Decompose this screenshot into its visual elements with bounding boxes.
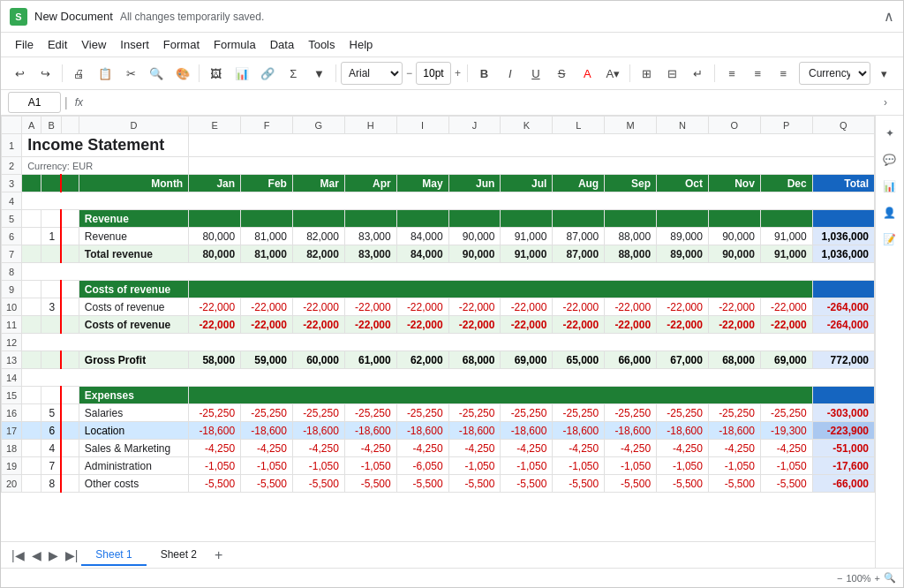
cell-m7[interactable]: 88,000 xyxy=(605,245,657,263)
cell-q16[interactable]: -303,000 xyxy=(812,404,874,422)
cell-m11[interactable]: -22,000 xyxy=(605,316,657,334)
cell-o13[interactable]: 68,000 xyxy=(708,351,760,369)
font-size-plus[interactable]: + xyxy=(455,67,461,79)
nav-prev-button[interactable]: ◀ xyxy=(28,545,45,566)
cell-j16[interactable]: -25,250 xyxy=(448,404,501,422)
col-header-n[interactable]: N xyxy=(657,117,709,134)
cell-m19[interactable]: -1,050 xyxy=(605,457,657,475)
formula-button[interactable]: Σ xyxy=(282,61,305,86)
cell-o16[interactable]: -25,250 xyxy=(708,404,760,422)
menu-formula[interactable]: Formula xyxy=(207,34,263,55)
cell-d16[interactable]: Salaries xyxy=(79,404,188,422)
cell-i7[interactable]: 84,000 xyxy=(396,245,448,263)
notes-icon[interactable]: 📝 xyxy=(879,229,900,250)
cell-o11[interactable]: -22,000 xyxy=(708,316,760,334)
cell-l16[interactable]: -25,250 xyxy=(553,404,605,422)
cell-o20[interactable]: -5,500 xyxy=(708,475,760,493)
cell-m10[interactable]: -22,000 xyxy=(605,298,657,316)
cell-d20[interactable]: Other costs xyxy=(79,475,188,493)
col-header-l[interactable]: L xyxy=(553,117,605,134)
font-size-minus[interactable]: − xyxy=(406,67,412,79)
cell-p16[interactable]: -25,250 xyxy=(760,404,812,422)
align-left-button[interactable]: ≡ xyxy=(719,61,743,86)
cell-h19[interactable]: -1,050 xyxy=(344,457,396,475)
cell-j7[interactable]: 90,000 xyxy=(448,245,501,263)
undo-button[interactable]: ↩ xyxy=(8,61,32,86)
cell-b19[interactable]: 7 xyxy=(41,457,61,475)
row-header-12[interactable]: 12 xyxy=(2,334,22,351)
col-header-g[interactable]: G xyxy=(292,117,344,134)
sheet-tab-2[interactable]: Sheet 2 xyxy=(147,545,211,566)
cell-e11[interactable]: -22,000 xyxy=(189,316,241,334)
cell-a2[interactable]: Currency: EUR xyxy=(22,157,189,175)
cell-o6[interactable]: 90,000 xyxy=(708,228,760,245)
cell-e20[interactable]: -5,500 xyxy=(189,475,241,493)
row-header-15[interactable]: 15 xyxy=(2,387,22,404)
row-header-8[interactable]: 8 xyxy=(2,263,22,281)
cell-f6[interactable]: 81,000 xyxy=(241,228,293,245)
cell-reference-input[interactable] xyxy=(8,92,61,113)
cell-k7[interactable]: 91,000 xyxy=(501,245,553,263)
close-button[interactable]: ∧ xyxy=(884,8,894,25)
cell-l13[interactable]: 65,000 xyxy=(553,351,605,369)
menu-format[interactable]: Format xyxy=(156,34,207,55)
redo-button[interactable]: ↪ xyxy=(34,61,57,86)
row-header-10[interactable]: 10 xyxy=(2,298,22,316)
cell-d18[interactable]: Sales & Marketing xyxy=(79,440,188,457)
col-header-b[interactable]: B xyxy=(41,117,61,134)
cell-o17[interactable]: -18,600 xyxy=(708,422,760,440)
cell-h17[interactable]: -18,600 xyxy=(344,422,396,440)
cell-f16[interactable]: -25,250 xyxy=(241,404,293,422)
cell-g20[interactable]: -5,500 xyxy=(292,475,344,493)
sheet-tab-1[interactable]: Sheet 1 xyxy=(81,545,146,566)
cell-n11[interactable]: -22,000 xyxy=(657,316,709,334)
cell-k10[interactable]: -22,000 xyxy=(501,298,553,316)
cell-k16[interactable]: -25,250 xyxy=(501,404,553,422)
cell-j10[interactable]: -22,000 xyxy=(448,298,501,316)
cell-g16[interactable]: -25,250 xyxy=(292,404,344,422)
cell-i13[interactable]: 62,000 xyxy=(396,351,448,369)
row-header-7[interactable]: 7 xyxy=(2,245,22,263)
cell-o7[interactable]: 90,000 xyxy=(708,245,760,263)
underline-button[interactable]: U xyxy=(524,61,547,86)
cell-p6[interactable]: 91,000 xyxy=(760,228,812,245)
cell-f18[interactable]: -4,250 xyxy=(241,440,293,457)
menu-tools[interactable]: Tools xyxy=(301,34,342,55)
nav-next-button[interactable]: ▶ xyxy=(45,545,62,566)
cell-o19[interactable]: -1,050 xyxy=(708,457,760,475)
add-sheet-button[interactable]: + xyxy=(211,544,226,567)
row-header-3[interactable]: 3 xyxy=(2,175,22,192)
cell-i19[interactable]: -6,050 xyxy=(396,457,448,475)
chart-sidebar-icon[interactable]: 📊 xyxy=(879,176,900,197)
cell-d19[interactable]: Administration xyxy=(79,457,188,475)
cell-i11[interactable]: -22,000 xyxy=(396,316,448,334)
cell-m6[interactable]: 88,000 xyxy=(605,228,657,245)
find-button[interactable]: 🔍 xyxy=(145,61,169,86)
cell-n18[interactable]: -4,250 xyxy=(657,440,709,457)
col-header-p[interactable]: P xyxy=(760,117,812,134)
nav-last-button[interactable]: ▶| xyxy=(62,545,82,566)
col-header-f[interactable]: F xyxy=(241,117,293,134)
cell-b6[interactable]: 1 xyxy=(41,228,61,245)
cell-p7[interactable]: 91,000 xyxy=(760,245,812,263)
cell-n16[interactable]: -25,250 xyxy=(657,404,709,422)
cell-i18[interactable]: -4,250 xyxy=(396,440,448,457)
cell-i20[interactable]: -5,500 xyxy=(396,475,448,493)
col-header-q[interactable]: Q xyxy=(812,117,874,134)
cell-l20[interactable]: -5,500 xyxy=(553,475,605,493)
zoom-in-icon[interactable]: + xyxy=(875,573,880,584)
cell-k17[interactable]: -18,600 xyxy=(501,422,553,440)
formula-input[interactable] xyxy=(90,92,871,113)
cell-b10[interactable]: 3 xyxy=(41,298,61,316)
align-center-button[interactable]: ≡ xyxy=(746,61,770,86)
row-header-14[interactable]: 14 xyxy=(2,369,22,387)
cell-f7[interactable]: 81,000 xyxy=(241,245,293,263)
cell-p20[interactable]: -5,500 xyxy=(760,475,812,493)
cell-l6[interactable]: 87,000 xyxy=(553,228,605,245)
cell-b17[interactable]: 6 xyxy=(41,422,61,440)
cell-m13[interactable]: 66,000 xyxy=(605,351,657,369)
cell-l11[interactable]: -22,000 xyxy=(553,316,605,334)
cell-k6[interactable]: 91,000 xyxy=(501,228,553,245)
cell-g7[interactable]: 82,000 xyxy=(292,245,344,263)
cell-d13[interactable]: Gross Profit xyxy=(79,351,188,369)
